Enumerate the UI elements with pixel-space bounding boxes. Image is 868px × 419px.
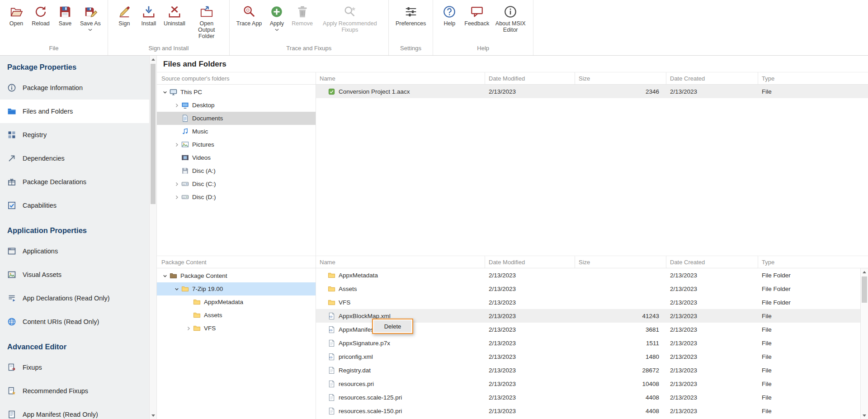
save-as-button[interactable]: Save As bbox=[78, 3, 103, 33]
scrollbar-up-arrow[interactable] bbox=[861, 268, 868, 276]
file-icon bbox=[328, 380, 335, 388]
chevron-down-icon[interactable] bbox=[160, 274, 170, 278]
file-row-resources-scale-150-pri[interactable]: resources.scale-150.pri2/13/202344082/13… bbox=[316, 404, 860, 418]
file-row-conversion-project-1-aacx[interactable]: Conversion Project 1.aacx2/13/202323462/… bbox=[316, 85, 868, 98]
tree-item-desktop[interactable]: Desktop bbox=[157, 99, 316, 112]
type-cell: File bbox=[758, 309, 860, 323]
chevron-right-icon[interactable] bbox=[184, 326, 193, 331]
chevron-down-icon bbox=[88, 28, 92, 31]
ribbon-group-label: File bbox=[5, 42, 103, 55]
open-output-folder-button[interactable]: Open Output Folder bbox=[189, 3, 225, 41]
tree-item-documents[interactable]: Documents bbox=[157, 112, 316, 125]
chevron-right-icon[interactable] bbox=[172, 103, 181, 108]
apply-label: Apply bbox=[270, 20, 284, 27]
sidebar-item-dependencies[interactable]: Dependencies bbox=[0, 147, 149, 170]
chevron-down-icon[interactable] bbox=[160, 90, 170, 95]
sidebar-item-recommended-fixups[interactable]: Recommended Fixups bbox=[0, 379, 149, 403]
scrollbar-thumb[interactable] bbox=[862, 276, 867, 303]
file-icon bbox=[328, 394, 335, 401]
sidebar-item-capabilities[interactable]: Capabilities bbox=[0, 194, 149, 217]
column-header-name[interactable]: Name bbox=[316, 256, 485, 268]
size-cell: 10408 bbox=[575, 377, 666, 390]
sidebar-item-files-and-folders[interactable]: Files and Folders bbox=[0, 100, 149, 123]
apply-button[interactable]: Apply bbox=[265, 3, 288, 33]
install-label: Install bbox=[142, 20, 156, 27]
install-button[interactable]: Install bbox=[137, 3, 160, 28]
tree-item-vfs[interactable]: VFS bbox=[157, 322, 316, 335]
file-row-appxmetadata[interactable]: AppxMetadata2/13/20232/13/2023File Folde… bbox=[316, 268, 860, 282]
package-list-scrollbar[interactable] bbox=[860, 268, 868, 419]
tree-item-disc-d[interactable]: Disc (D:) bbox=[157, 190, 316, 204]
column-header-name[interactable]: Name bbox=[316, 72, 485, 84]
open-button[interactable]: Open bbox=[5, 3, 28, 28]
sidebar-scrollbar[interactable] bbox=[149, 56, 157, 419]
tree-item-disc-c[interactable]: Disc (C:) bbox=[157, 177, 316, 190]
tree-item-music[interactable]: Music bbox=[157, 125, 316, 138]
help-button[interactable]: Help bbox=[438, 3, 461, 28]
column-header-size[interactable]: Size bbox=[575, 256, 666, 268]
column-header-date-modified[interactable]: Date Modified bbox=[485, 72, 575, 84]
tree-item-7-zip-19-00[interactable]: 7-Zip 19.00 bbox=[157, 282, 316, 295]
apply-recommended-fixups-button[interactable]: Apply Recommended Fixups bbox=[316, 3, 384, 34]
sidebar-item-app-declarations-read-only[interactable]: App Declarations (Read Only) bbox=[0, 286, 149, 310]
tree-item-this-pc[interactable]: This PC bbox=[157, 86, 316, 99]
sidebar-item-package-information[interactable]: Package Information bbox=[0, 76, 149, 100]
tree-item-videos[interactable]: Videos bbox=[157, 151, 316, 164]
sidebar-item-package-declarations[interactable]: Package Declarations bbox=[0, 170, 149, 194]
column-header-size[interactable]: Size bbox=[575, 72, 666, 84]
sidebar-heading-package-properties: Package Properties bbox=[0, 56, 149, 76]
preferences-button[interactable]: Preferences bbox=[393, 3, 428, 28]
feedback-button[interactable]: Feedback bbox=[462, 3, 491, 28]
context-menu-delete[interactable]: Delete bbox=[374, 320, 411, 332]
trace-app-button[interactable]: Trace App bbox=[234, 3, 264, 28]
date-created-cell: 2/13/2023 bbox=[666, 363, 758, 377]
uninstall-button[interactable]: Uninstall bbox=[161, 3, 188, 28]
chevron-right-icon[interactable] bbox=[172, 143, 181, 147]
chevron-right-icon[interactable] bbox=[172, 195, 181, 200]
column-header-type[interactable]: Type bbox=[758, 72, 868, 84]
sidebar-item-fixups[interactable]: Fixups bbox=[0, 356, 149, 379]
tree-item-package-content[interactable]: Package Content bbox=[157, 269, 316, 282]
scrollbar-down-arrow[interactable] bbox=[861, 412, 868, 419]
column-header-type[interactable]: Type bbox=[758, 256, 868, 268]
type-cell: File Folder bbox=[758, 282, 860, 295]
column-header-date-modified[interactable]: Date Modified bbox=[485, 256, 575, 268]
scrollbar-down-arrow[interactable] bbox=[150, 412, 156, 419]
remove-icon bbox=[296, 5, 309, 19]
reload-button[interactable]: Reload bbox=[29, 3, 52, 28]
sidebar-item-app-manifest-read-only[interactable]: App Manifest (Read Only) bbox=[0, 403, 149, 419]
source-columns-header: Source computer's folders NameDate Modif… bbox=[157, 72, 868, 85]
chevron-right-icon[interactable] bbox=[172, 182, 181, 186]
file-row-resources-scale-125-pri[interactable]: resources.scale-125.pri2/13/202344082/13… bbox=[316, 390, 860, 404]
file-row-registry-dat[interactable]: Registry.dat2/13/2023286722/13/2023File bbox=[316, 363, 860, 377]
save-button[interactable]: Save bbox=[53, 3, 77, 28]
file-row-appxsignature-p7x[interactable]: AppxSignature.p7x2/13/202315112/13/2023F… bbox=[316, 336, 860, 350]
column-header-date-created[interactable]: Date Created bbox=[666, 256, 758, 268]
date-modified-cell: 2/13/2023 bbox=[485, 363, 575, 377]
scrollbar-thumb[interactable] bbox=[151, 64, 156, 204]
type-cell: File bbox=[758, 85, 868, 98]
sidebar-item-visual-assets[interactable]: Visual Assets bbox=[0, 263, 149, 286]
file-row-vfs[interactable]: VFS2/13/20232/13/2023File Folder bbox=[316, 295, 860, 309]
file-row-priconfig-xml[interactable]: priconfig.xml2/13/202314802/13/2023File bbox=[316, 350, 860, 363]
sidebar-item-content-uris-read-only[interactable]: Content URIs (Read Only) bbox=[0, 310, 149, 333]
capabilities-icon bbox=[7, 201, 16, 210]
sidebar-item-registry[interactable]: Registry bbox=[0, 123, 149, 147]
date-modified-cell: 2/13/2023 bbox=[485, 295, 575, 309]
tree-item-appxmetadata[interactable]: AppxMetadata bbox=[157, 295, 316, 309]
tree-item-pictures[interactable]: Pictures bbox=[157, 138, 316, 151]
apply-icon bbox=[270, 5, 283, 19]
tree-item-assets[interactable]: Assets bbox=[157, 309, 316, 322]
sidebar-item-applications[interactable]: Applications bbox=[0, 239, 149, 263]
file-row-resources-pri[interactable]: resources.pri2/13/2023104082/13/2023File bbox=[316, 377, 860, 390]
column-header-date-created[interactable]: Date Created bbox=[666, 72, 758, 84]
scrollbar-up-arrow[interactable] bbox=[150, 56, 156, 63]
about-msix-editor-button[interactable]: About MSIX Editor bbox=[492, 3, 528, 34]
source-files-list: Conversion Project 1.aacx2/13/202323462/… bbox=[316, 85, 868, 256]
file-row-assets[interactable]: Assets2/13/20232/13/2023File Folder bbox=[316, 282, 860, 295]
chevron-down-icon[interactable] bbox=[172, 287, 181, 291]
sign-button[interactable]: Sign bbox=[113, 3, 136, 28]
package-folder-icon bbox=[170, 272, 177, 280]
tree-item-disc-a[interactable]: Disc (A:) bbox=[157, 164, 316, 177]
remove-button[interactable]: Remove bbox=[289, 3, 315, 28]
